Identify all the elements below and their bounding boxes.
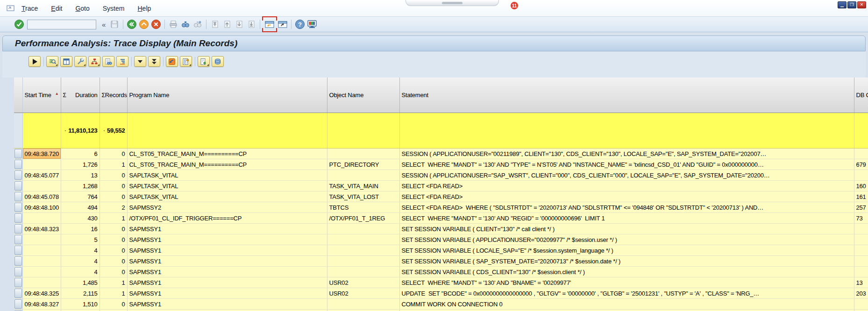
- cell-program[interactable]: SAPMSSY1: [127, 245, 327, 256]
- cell-duration[interactable]: 430: [61, 213, 100, 224]
- cell-start-time[interactable]: 09:48:48.100: [22, 202, 61, 213]
- cell-db[interactable]: [854, 224, 868, 234]
- cell-start-time[interactable]: [22, 277, 61, 288]
- maximize-button[interactable]: ❐: [847, 1, 856, 8]
- cell-records[interactable]: 0: [100, 191, 127, 202]
- table-row[interactable]: 1,7261CL_ST05_TRACE_MAIN_M==========CPPT…: [14, 159, 868, 170]
- cell-duration[interactable]: 1,510: [61, 299, 100, 310]
- cell-records[interactable]: 0: [100, 234, 127, 245]
- row-selector-button[interactable]: [14, 267, 22, 277]
- cell-records[interactable]: 0: [100, 170, 127, 181]
- table-row[interactable]: 09:48:48.1004942SAPMSSY2TBTCSSELECT <FDA…: [14, 202, 868, 213]
- cell-statement[interactable]: SELECT <FDA READ>: [399, 181, 854, 191]
- cell-object[interactable]: [327, 224, 399, 234]
- cell-program[interactable]: CL_RABAX_ADT_RES_DUMPS========CP: [127, 310, 327, 311]
- column-header-statement[interactable]: Statement: [399, 78, 854, 113]
- cell-object[interactable]: TASK_VITA_MAIN: [327, 181, 399, 191]
- cell-start-time[interactable]: 09:48:48.334: [22, 310, 61, 311]
- settings-button[interactable]: [74, 56, 86, 67]
- page-down-button[interactable]: [233, 18, 245, 30]
- table-row[interactable]: 09:48:48.323160SAPMSSY1SET SESSION VARIA…: [14, 224, 868, 234]
- table-row[interactable]: 50SAPMSSY1SET SESSION VARIABLE ( APPLICA…: [14, 234, 868, 245]
- cell-start-time[interactable]: [22, 159, 61, 170]
- database-button[interactable]: [212, 56, 224, 67]
- cell-records[interactable]: 1: [100, 159, 127, 170]
- row-selector[interactable]: [14, 113, 22, 148]
- cell-db[interactable]: 73: [854, 213, 868, 224]
- new-session-button[interactable]: [263, 18, 276, 30]
- cell-records[interactable]: 0: [100, 181, 127, 191]
- table-row[interactable]: 40SAPMSSY1SET SESSION VARIABLE ( CDS_CLI…: [14, 267, 868, 277]
- table-row[interactable]: 09:48:45.0787640SAPLTASK_VITALTASK_VITA_…: [14, 191, 868, 202]
- cell-program[interactable]: SAPLTASK_VITAL: [127, 181, 327, 191]
- row-selector-button[interactable]: [14, 288, 22, 299]
- cell-duration[interactable]: 4: [61, 310, 100, 311]
- cell-statement[interactable]: SELECT <FDA READ> WHERE ( "SDLSTRTDT" = …: [399, 202, 854, 213]
- cell-statement[interactable]: SET SESSION VARIABLE ( CDS_CLIENT="130" …: [399, 267, 854, 277]
- cell-statement[interactable]: SELECT WHERE "MANDT" = '130' AND "TYPE" …: [399, 159, 854, 170]
- cell-records[interactable]: 0: [100, 267, 127, 277]
- cell-records[interactable]: 0: [100, 299, 127, 310]
- sum-toggle-icon[interactable]: Σ: [63, 92, 66, 99]
- row-selector-button[interactable]: [14, 191, 22, 202]
- cell-object[interactable]: TASK_VITA_LOST: [327, 191, 399, 202]
- table-row[interactable]: 4301/OTX/PF01_CL_IDF_TRIGGER======CP/OTX…: [14, 213, 868, 224]
- cell-records[interactable]: 0: [100, 310, 127, 311]
- cell-db[interactable]: [854, 170, 868, 181]
- cell-duration[interactable]: 2,115: [61, 288, 100, 299]
- cell-statement[interactable]: SET SESSION VARIABLE ( CLIENT="130" /* c…: [399, 224, 854, 234]
- display-trace-button[interactable]: [46, 56, 58, 67]
- create-shortcut-button[interactable]: [277, 18, 289, 30]
- cell-records[interactable]: 0: [100, 148, 127, 159]
- cell-records[interactable]: 0: [100, 224, 127, 234]
- cell-object[interactable]: /OTX/PF01_T_1REG: [327, 213, 399, 224]
- cell-start-time[interactable]: 09:48:48.323: [22, 224, 61, 234]
- row-selector-button[interactable]: [14, 213, 22, 224]
- cell-start-time[interactable]: 09:48:45.078: [22, 191, 61, 202]
- system-menu-icon[interactable]: [7, 5, 16, 14]
- cell-statement[interactable]: SESSION ( APPLICATIONUSER="00209977", CL…: [399, 310, 854, 311]
- cell-statement[interactable]: UPDATE SET "BCODE" = 0x0000000000000000 …: [399, 288, 854, 299]
- save-button[interactable]: [108, 18, 121, 30]
- row-selector-button[interactable]: [14, 224, 22, 234]
- row-selector-button[interactable]: [14, 202, 22, 213]
- minimize-button[interactable]: ▁: [838, 1, 847, 8]
- cell-program[interactable]: SAPMSSY1: [127, 267, 327, 277]
- export-button[interactable]: [198, 56, 210, 67]
- cell-db[interactable]: 160: [854, 181, 868, 191]
- cell-records[interactable]: 0: [100, 245, 127, 256]
- cell-object[interactable]: [327, 170, 399, 181]
- table-row[interactable]: 1,4851SAPMSSY1USR02SELECT WHERE "MANDT" …: [14, 277, 868, 288]
- cell-duration[interactable]: 4: [61, 245, 100, 256]
- cell-object[interactable]: [327, 234, 399, 245]
- row-selector-button[interactable]: [14, 310, 22, 311]
- find-next-button[interactable]: [192, 18, 204, 30]
- cell-object[interactable]: [327, 256, 399, 267]
- help-button[interactable]: ?: [294, 18, 306, 30]
- column-header-start-time[interactable]: Start Time▲: [22, 78, 61, 113]
- sort-button[interactable]: [116, 56, 128, 67]
- cell-db[interactable]: [854, 267, 868, 277]
- cell-records[interactable]: 1: [100, 213, 127, 224]
- cell-program[interactable]: SAPMSSY1: [127, 288, 327, 299]
- cell-object[interactable]: USR02: [327, 277, 399, 288]
- column-header-object-name[interactable]: Object Name: [327, 78, 399, 113]
- column-header-duration[interactable]: ΣDuration: [61, 78, 100, 113]
- cell-start-time[interactable]: [22, 181, 61, 191]
- cell-duration[interactable]: 494: [61, 202, 100, 213]
- choose-layout-button[interactable]: [60, 56, 72, 67]
- enter-button[interactable]: [13, 18, 25, 30]
- cell-db[interactable]: [854, 256, 868, 267]
- row-selector-button[interactable]: [14, 170, 22, 181]
- page-up-button[interactable]: [221, 18, 233, 30]
- column-header-program-name[interactable]: Program Name: [127, 78, 327, 113]
- gui-layout-button[interactable]: [306, 18, 318, 30]
- cell-records[interactable]: 2: [100, 202, 127, 213]
- cell-statement[interactable]: SESSION ( APPLICATIONUSER="SAP_WSRT", CL…: [399, 170, 854, 181]
- table-row[interactable]: 40SAPMSSY1SET SESSION VARIABLE ( SAP_SYS…: [14, 256, 868, 267]
- cell-program[interactable]: SAPMSSY1: [127, 299, 327, 310]
- cell-program[interactable]: SAPMSSY1: [127, 256, 327, 267]
- find-button[interactable]: [179, 18, 192, 30]
- structure-button[interactable]: [88, 56, 100, 67]
- cell-program[interactable]: SAPLTASK_VITAL: [127, 191, 327, 202]
